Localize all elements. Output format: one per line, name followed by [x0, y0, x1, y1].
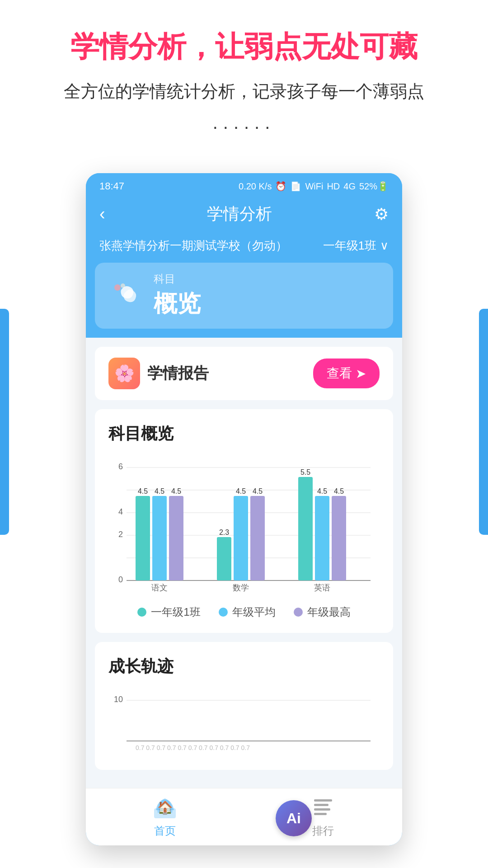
home-label: 首页 — [154, 824, 176, 838]
subject-big-label: 概览 — [154, 288, 201, 320]
svg-rect-12 — [136, 496, 150, 580]
svg-text:4.5: 4.5 — [334, 487, 344, 495]
settings-icon[interactable]: ⚙ — [374, 205, 389, 224]
wifi-icon: WiFi — [305, 181, 323, 192]
svg-rect-14 — [152, 496, 167, 580]
promo-section: 学情分析，让弱点无处可藏 全方位的学情统计分析，记录孩子每一个薄弱点 ·····… — [0, 0, 488, 173]
svg-text:4.5: 4.5 — [253, 487, 263, 495]
signal-icon: 4G — [343, 181, 356, 192]
legend-dot-max — [294, 608, 303, 617]
chart-title: 科目概览 — [108, 423, 380, 445]
svg-rect-23 — [250, 496, 265, 580]
svg-text:语文: 语文 — [151, 583, 168, 592]
svg-text:2.3: 2.3 — [219, 528, 229, 536]
class-name: 一年级1班 — [323, 238, 376, 254]
ai-label: Ai — [286, 810, 301, 827]
school-row: 张燕学情分析一期测试学校（勿动） 一年级1班 ∨ — [86, 232, 402, 263]
svg-rect-30 — [332, 496, 346, 580]
svg-rect-42 — [314, 813, 327, 815]
report-icon: 🌸 — [108, 358, 140, 389]
legend-label-max: 年级最高 — [307, 605, 351, 619]
subject-label-area: 科目 概览 — [154, 272, 201, 320]
svg-text:4: 4 — [118, 507, 123, 516]
report-card: 🌸 学情报告 查看 ➤ — [95, 347, 393, 400]
rank-label: 排行 — [312, 824, 334, 838]
chevron-down-icon: ∨ — [380, 239, 389, 253]
page-title: 学情分析 — [207, 203, 272, 225]
growth-chart: 10 0.7 0.7 0.7 0.7 0.7 0.7 0.7 0.7 0.7 0… — [108, 691, 380, 755]
svg-rect-40 — [314, 804, 328, 806]
nav-home[interactable]: 🏠 首页 — [152, 796, 178, 838]
view-label: 查看 — [327, 365, 352, 382]
hd-icon: HD — [327, 181, 340, 192]
chart-legend: 一年级1班 年级平均 年级最高 — [108, 605, 380, 619]
legend-dot-avg — [219, 608, 228, 617]
svg-text:2: 2 — [118, 530, 123, 539]
svg-text:6: 6 — [118, 462, 123, 471]
bar-chart: 6 4 2 0 4.5 4.5 4.5 语文 — [108, 458, 380, 594]
svg-rect-41 — [314, 808, 330, 811]
side-bg-left — [0, 309, 9, 535]
promo-subtitle: 全方位的学情统计分析，记录孩子每一个薄弱点 — [18, 80, 470, 103]
report-left: 🌸 学情报告 — [108, 358, 209, 389]
legend-label-class: 一年级1班 — [151, 605, 200, 619]
svg-text:4.5: 4.5 — [236, 487, 246, 495]
dots-row: ······ — [18, 117, 470, 137]
report-title: 学情报告 — [147, 363, 209, 384]
growth-section: 成长轨迹 10 0.7 0.7 0.7 0.7 0.7 0.7 0.7 0.7 … — [95, 642, 393, 770]
subject-icon — [108, 278, 145, 314]
legend-max: 年级最高 — [294, 605, 351, 619]
home-icon: 🏠 — [152, 796, 178, 821]
svg-text:4.5: 4.5 — [317, 487, 327, 495]
svg-rect-16 — [169, 496, 183, 580]
ai-badge[interactable]: Ai — [276, 800, 312, 836]
svg-rect-28 — [315, 496, 329, 580]
svg-text:🏠: 🏠 — [157, 800, 173, 815]
svg-rect-21 — [234, 496, 248, 580]
view-button[interactable]: 查看 ➤ — [313, 359, 380, 388]
svg-text:4.5: 4.5 — [155, 487, 164, 495]
svg-text:0.7 0.7 0.7 0.7 0.7 0.7 0.7 0.: 0.7 0.7 0.7 0.7 0.7 0.7 0.7 0.7 0.7 0.7 … — [136, 744, 250, 751]
nav-rank[interactable]: 排行 — [310, 796, 336, 838]
svg-text:数学: 数学 — [233, 583, 249, 592]
svg-point-0 — [114, 284, 121, 291]
nav-bar: ‹ 学情分析 ⚙ — [86, 196, 402, 232]
chart-section: 科目概览 6 4 2 0 — [95, 409, 393, 633]
bottom-nav: 🏠 首页 Ai 排行 — [86, 788, 402, 845]
svg-rect-19 — [217, 537, 231, 580]
svg-text:4.5: 4.5 — [171, 487, 181, 495]
class-selector[interactable]: 一年级1班 ∨ — [323, 238, 389, 254]
status-icons: 0.20 K/s ⏰ 📄 WiFi HD 4G 52%🔋 — [239, 181, 389, 192]
svg-rect-26 — [298, 477, 313, 580]
data-speed: 0.20 K/s — [239, 181, 272, 192]
legend-class: 一年级1班 — [137, 605, 200, 619]
battery-icon: 52%🔋 — [359, 181, 389, 192]
subject-tab-area: 科目 概览 — [86, 263, 402, 338]
status-time: 18:47 — [99, 180, 124, 192]
svg-text:5.5: 5.5 — [300, 468, 310, 476]
legend-label-avg: 年级平均 — [232, 605, 276, 619]
back-button[interactable]: ‹ — [99, 204, 105, 224]
legend-avg: 年级平均 — [219, 605, 276, 619]
side-bg-right — [479, 309, 488, 535]
arrow-right-icon: ➤ — [356, 366, 366, 381]
svg-text:10: 10 — [114, 695, 123, 704]
status-bar: 18:47 0.20 K/s ⏰ 📄 WiFi HD 4G 52%🔋 — [86, 173, 402, 196]
school-name: 张燕学情分析一期测试学校（勿动） — [99, 238, 287, 254]
svg-rect-39 — [314, 799, 332, 802]
promo-title: 学情分析，让弱点无处可藏 — [18, 27, 470, 66]
svg-text:4.5: 4.5 — [138, 487, 148, 495]
legend-dot-class — [137, 608, 146, 617]
subject-card[interactable]: 科目 概览 — [95, 263, 393, 329]
svg-text:英语: 英语 — [314, 583, 330, 592]
rank-icon — [310, 796, 336, 821]
subject-small-label: 科目 — [154, 272, 201, 286]
document-icon: 📄 — [290, 181, 301, 192]
svg-text:0: 0 — [118, 575, 123, 584]
alarm-icon: ⏰ — [275, 181, 286, 192]
content-area: 🌸 学情报告 查看 ➤ 科目概览 — [86, 338, 402, 788]
phone-mockup: 18:47 0.20 K/s ⏰ 📄 WiFi HD 4G 52%🔋 ‹ 学情分… — [86, 173, 402, 845]
growth-title: 成长轨迹 — [108, 656, 380, 678]
